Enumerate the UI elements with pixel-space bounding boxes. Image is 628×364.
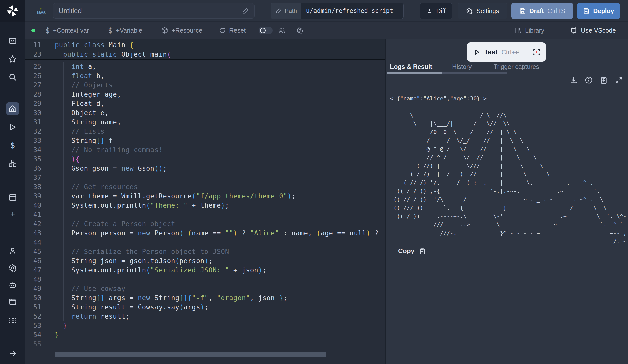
code-text: String result = Cowsay.say(args); (55, 303, 209, 311)
code-line[interactable]: 36 Gson gson = new Gson(); (25, 164, 385, 173)
use-vscode-button[interactable]: Use VScode (570, 22, 616, 39)
code-line[interactable]: 26 float b, (25, 71, 385, 80)
code-line[interactable]: 45 // Serialize the Person object to JSO… (25, 247, 385, 256)
line-number: 27 (25, 81, 41, 89)
code-line[interactable]: 50 String[] args = new String[]{"-f", "d… (25, 293, 385, 303)
result-info-button[interactable] (584, 76, 593, 85)
mode-toggle[interactable] (259, 27, 273, 34)
edit-title-icon[interactable] (242, 7, 249, 14)
code-line[interactable]: 11public class Main { (25, 40, 385, 50)
line-number: 29 (25, 100, 41, 107)
add-context-var-button[interactable]: $ +Context var (45, 22, 89, 39)
script-title-input[interactable]: Untitled (53, 3, 255, 19)
clipboard-icon (600, 76, 608, 84)
download-result-button[interactable] (569, 76, 578, 85)
code-text: var theme = Wmill.getResource("f/app_the… (55, 192, 296, 200)
code-line[interactable]: 34 // No trailing commas! (25, 145, 385, 155)
editor-settings-button[interactable] (296, 22, 303, 39)
code-line[interactable]: 25 int a, (25, 62, 385, 71)
sidebar-item-logs[interactable] (6, 314, 19, 327)
code-line[interactable]: 40 System.out.println("Theme: " + theme)… (25, 201, 385, 210)
settings-button[interactable]: Settings (458, 3, 507, 19)
path-field[interactable]: Path u/admin/refreshed_script (271, 3, 404, 19)
code-text: int a, (55, 63, 96, 70)
library-button[interactable]: Library (515, 22, 544, 39)
code-text: String[] f (55, 137, 113, 144)
sidebar-item-schedules[interactable] (6, 191, 19, 204)
cubes-icon (8, 159, 17, 168)
code-line[interactable]: 38 // Get resources (25, 182, 385, 192)
sidebar-item-settings[interactable] (6, 261, 19, 275)
add-variable-button[interactable]: $ +Variable (108, 22, 142, 39)
copy-output-button[interactable]: Copy (398, 247, 426, 255)
sidebar-item-home[interactable] (6, 102, 19, 115)
code-text: String[] args = new String[]{"-f", "drag… (55, 294, 287, 302)
sidebar-item-folders[interactable] (6, 296, 19, 309)
code-line[interactable]: 29 Float d, (25, 99, 385, 108)
code-line[interactable]: 53 } (25, 321, 385, 330)
play-icon (474, 49, 480, 55)
code-line[interactable]: 44 (25, 238, 385, 247)
code-line[interactable]: 47 System.out.println("Serialized JSON: … (25, 265, 385, 275)
code-line[interactable]: 51 String result = Cowsay.say(args); (25, 302, 385, 312)
tab-logs-result[interactable]: Logs & Result (390, 63, 432, 70)
sidebar-item-user[interactable] (6, 244, 19, 257)
code-line[interactable]: 43 Person person = new Person( (name == … (25, 229, 385, 238)
windmill-logo[interactable] (0, 0, 25, 22)
code-line[interactable]: 49 // Use cowsay (25, 284, 385, 293)
code-line[interactable]: 31 String name, (25, 117, 385, 127)
code-line[interactable]: 39 var theme = Wmill.getResource("f/app_… (25, 192, 385, 201)
code-line[interactable]: 55 (25, 340, 385, 349)
code-line[interactable]: 23 public static Object main( (25, 50, 385, 59)
add-resource-button[interactable]: +Resource (161, 22, 202, 39)
sidebar-expand-button[interactable] (6, 347, 19, 360)
code-line[interactable]: 37 (25, 173, 385, 182)
code-line[interactable]: 41 (25, 210, 385, 219)
code-line[interactable]: 52 return result; (25, 312, 385, 321)
code-line[interactable]: 48 (25, 275, 385, 284)
expand-result-button[interactable] (614, 76, 623, 85)
tab-trigger-captures[interactable]: Trigger captures (494, 63, 539, 70)
java-steam-icon: ≈ (40, 7, 43, 10)
diff-button[interactable]: Diff (420, 3, 452, 19)
collaborators-button[interactable] (278, 22, 286, 39)
indent-guide (55, 62, 55, 330)
sticky-scroll-header[interactable]: 11public class Main {23 public static Ob… (25, 39, 385, 60)
path-label-segment[interactable]: Path (271, 3, 301, 19)
deploy-button[interactable]: Deploy (577, 3, 620, 19)
code-text: // Objects (55, 81, 113, 89)
horizontal-scrollbar[interactable] (55, 352, 326, 357)
sidebar-item-favorites[interactable] (6, 53, 19, 66)
test-button[interactable]: Test Ctrl+↵ (467, 42, 527, 62)
code-line[interactable]: 28 Integer age, (25, 90, 385, 99)
sidebar-item-resources[interactable] (6, 157, 19, 170)
sidebar-item-search[interactable] (6, 71, 19, 84)
sidebar-item-variables[interactable]: $ (6, 139, 19, 152)
code-line[interactable]: 27 // Objects (25, 80, 385, 90)
code-text: return result; (55, 313, 130, 320)
code-line[interactable]: 46 String json = gson.toJson(person); (25, 256, 385, 265)
sidebar-item-runs[interactable] (6, 121, 19, 134)
code-line[interactable]: 33 String[] f (25, 136, 385, 145)
capture-button[interactable] (527, 42, 546, 62)
tab-history[interactable]: History (452, 63, 472, 70)
sidebar-item-terminal-bot[interactable] (6, 34, 19, 48)
code-line[interactable]: 42 // Create a Person object (25, 219, 385, 229)
sidebar-item-workers[interactable] (6, 279, 19, 292)
code-line[interactable]: 32 // Lists (25, 127, 385, 136)
copy-result-json-button[interactable] (599, 76, 608, 85)
draft-button[interactable]: Draft Ctrl+S (511, 3, 573, 19)
code-line[interactable]: 54} (25, 330, 385, 340)
sidebar-item-add[interactable]: + (6, 208, 19, 221)
code-text: // Lists (55, 128, 105, 135)
editor-toolbar: $ +Context var $ +Variable +Resource Res… (25, 22, 628, 39)
code-lines[interactable]: 25 int a,26 float b,27 // Objects28 Inte… (25, 62, 385, 349)
reset-button[interactable]: Reset (219, 22, 246, 39)
line-number: 44 (25, 239, 41, 246)
line-number: 41 (25, 211, 41, 218)
code-line[interactable]: 30 Object e, (25, 108, 385, 118)
code-text: Person person = new Person( (name == "")… (55, 229, 379, 237)
save-icon (519, 8, 526, 14)
code-line[interactable]: 35 ){ (25, 155, 385, 164)
code-editor[interactable]: 11public class Main {23 public static Ob… (25, 39, 385, 364)
